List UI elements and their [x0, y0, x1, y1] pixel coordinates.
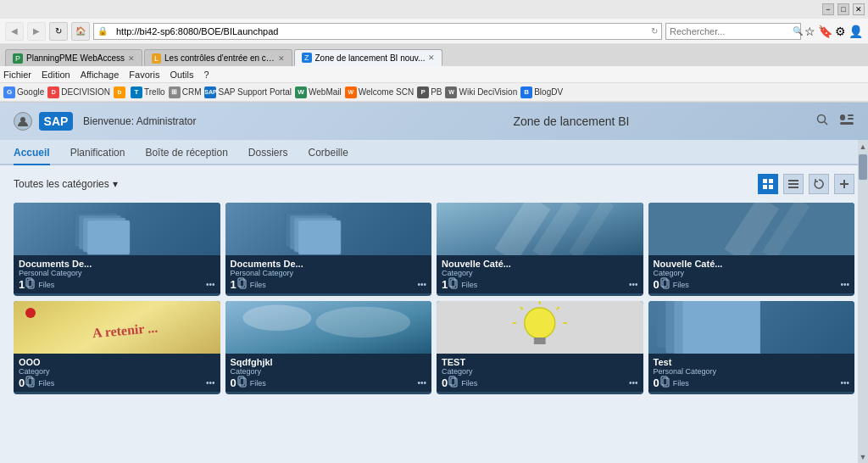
menu-favoris[interactable]: Favoris: [129, 70, 159, 80]
nav-planification[interactable]: Planification: [70, 147, 125, 165]
scroll-thumb[interactable]: [859, 154, 867, 180]
google-icon: G: [3, 86, 15, 98]
sap-user-menu-icon[interactable]: [839, 113, 854, 130]
tab-controls[interactable]: L Les contrôles d'entrée en casc... ✕: [144, 49, 292, 66]
home-button[interactable]: 🏠: [71, 22, 90, 41]
bookmark-blog[interactable]: b: [114, 86, 127, 98]
account-icon[interactable]: 👤: [849, 25, 863, 38]
tile-test-2[interactable]: Test Personal Category 0 Files •••: [648, 301, 855, 394]
tile-count: 0: [654, 377, 659, 389]
tile-title-text: TEST: [442, 357, 638, 367]
tile-title-text: Nouvelle Caté...: [442, 259, 638, 269]
categories-dropdown[interactable]: Toutes les catégories ▾: [14, 178, 118, 190]
tile-nouvelle-1[interactable]: Nouvelle Caté... Category 1 Files •••: [437, 203, 643, 296]
bookmark-label: Google: [17, 87, 44, 97]
tab-favicon: Z: [302, 53, 312, 63]
settings-icon[interactable]: ⚙: [835, 25, 846, 38]
tile-documents-2[interactable]: Documents De... Personal Category 1 File…: [225, 203, 432, 296]
tile-documents-1[interactable]: Documents De... Personal Category 1 File…: [14, 203, 220, 296]
svg-rect-8: [769, 179, 773, 183]
refresh-button[interactable]: [809, 174, 829, 194]
svg-rect-12: [788, 183, 798, 185]
nav-accueil[interactable]: Accueil: [14, 147, 50, 165]
bookmark-trello[interactable]: T Trello: [131, 86, 165, 98]
tile-more-button[interactable]: •••: [206, 378, 215, 388]
tile-title-text: Test: [654, 357, 850, 367]
nav-boite-reception[interactable]: Boîte de réception: [145, 147, 227, 165]
list-view-button[interactable]: [783, 174, 804, 194]
tile-more-button[interactable]: •••: [629, 378, 638, 388]
sap-search-icon[interactable]: [815, 113, 829, 130]
menu-help[interactable]: ?: [204, 70, 209, 80]
url-input[interactable]: [111, 24, 648, 39]
bookmark-decivision[interactable]: D DECIVISION: [47, 86, 110, 98]
tile-more-button[interactable]: •••: [206, 280, 215, 289]
bookmark-label: PB: [431, 87, 442, 97]
star-icon[interactable]: ☆: [804, 25, 815, 38]
trello-icon: T: [131, 86, 142, 98]
menu-outils[interactable]: Outils: [170, 70, 193, 80]
nav-corbeille[interactable]: Corbeille: [309, 147, 348, 165]
close-button[interactable]: ✕: [853, 3, 865, 15]
bookmark-label: BlogDV: [534, 87, 563, 97]
svg-rect-6: [848, 118, 854, 120]
tile-more-button[interactable]: •••: [840, 280, 849, 289]
bookmark-webmail[interactable]: W WebMail: [295, 86, 342, 98]
svg-rect-13: [788, 187, 798, 188]
vertical-scrollbar[interactable]: ▲ ▼: [858, 140, 868, 463]
tile-nouvelle-2[interactable]: Nouvelle Caté... Category 0 Files •••: [648, 203, 855, 296]
menu-edition[interactable]: Edition: [42, 70, 70, 80]
tab-close-button[interactable]: ✕: [128, 54, 135, 63]
tile-title-text: Nouvelle Caté...: [654, 259, 850, 269]
tile-test[interactable]: TEST Category 0 Files •••: [437, 301, 643, 394]
tile-files-icon: [448, 277, 459, 292]
tile-ooo[interactable]: A retenir ... OOO Category 0 Files •••: [14, 301, 220, 394]
minimize-button[interactable]: −: [822, 3, 834, 15]
tile-more-button[interactable]: •••: [417, 378, 426, 388]
tabs-bar: P PlanningPME WebAccess ✕ L Les contrôle…: [0, 44, 868, 66]
sap-navigation: Accueil Planification Boîte de réception…: [0, 140, 868, 165]
tile-thumbnail: [225, 301, 432, 354]
tile-thumbnail: [437, 203, 643, 255]
add-button[interactable]: [834, 174, 854, 194]
bookmark-label: WebMail: [309, 87, 342, 97]
refresh-button[interactable]: ↻: [49, 22, 68, 41]
bookmark-google[interactable]: G Google: [3, 86, 44, 98]
tile-more-button[interactable]: •••: [840, 378, 849, 388]
bookmark-welcome-scn[interactable]: W Welcome SCN: [345, 86, 414, 98]
tile-thumbnail: [14, 203, 220, 255]
pb-icon: P: [417, 86, 429, 98]
tile-more-button[interactable]: •••: [417, 280, 426, 289]
bookmark-icon[interactable]: 🔖: [818, 25, 832, 38]
tab-bi-launchpad[interactable]: Z Zone de lancement BI nouv... ✕: [294, 49, 442, 66]
grid-view-button[interactable]: [758, 174, 778, 194]
maximize-button[interactable]: □: [837, 3, 849, 15]
tile-stats: 1 Files •••: [231, 277, 427, 292]
crm-icon: ⊞: [169, 86, 181, 98]
tile-info: TEST Category 0 Files •••: [437, 354, 643, 392]
user-avatar-icon: [14, 112, 32, 131]
forward-button[interactable]: ▶: [27, 22, 46, 41]
tab-planning[interactable]: P PlanningPME WebAccess ✕: [5, 49, 142, 66]
nav-dossiers[interactable]: Dossiers: [248, 147, 288, 165]
tile-subtitle-text: Personal Category: [231, 269, 427, 277]
scroll-up-arrow[interactable]: ▲: [858, 140, 868, 153]
tile-sqdfghjkl[interactable]: Sqdfghjkl Category 0 Files •••: [225, 301, 432, 394]
tile-files-icon: [236, 376, 248, 390]
browser-search-input[interactable]: [666, 24, 790, 39]
svg-rect-19: [87, 220, 130, 254]
tab-close-button[interactable]: ✕: [278, 54, 285, 63]
tile-more-button[interactable]: •••: [629, 280, 638, 289]
bookmark-wiki[interactable]: W Wiki DeciVision: [445, 86, 517, 98]
tile-info: Nouvelle Caté... Category 0 Files •••: [648, 255, 855, 293]
svg-line-50: [557, 307, 559, 310]
menu-fichier[interactable]: Fichier: [3, 70, 31, 80]
tab-close-button[interactable]: ✕: [428, 53, 435, 62]
bookmark-crm[interactable]: ⊞ CRM: [169, 86, 202, 98]
bookmark-sap-support[interactable]: SAP SAP Support Portal: [204, 86, 292, 98]
back-button[interactable]: ◀: [5, 22, 24, 41]
bookmark-blogdv[interactable]: B BlogDV: [520, 86, 563, 98]
scroll-down-arrow[interactable]: ▼: [858, 450, 868, 463]
menu-affichage[interactable]: Affichage: [81, 70, 120, 80]
bookmark-pb[interactable]: P PB: [417, 86, 442, 98]
